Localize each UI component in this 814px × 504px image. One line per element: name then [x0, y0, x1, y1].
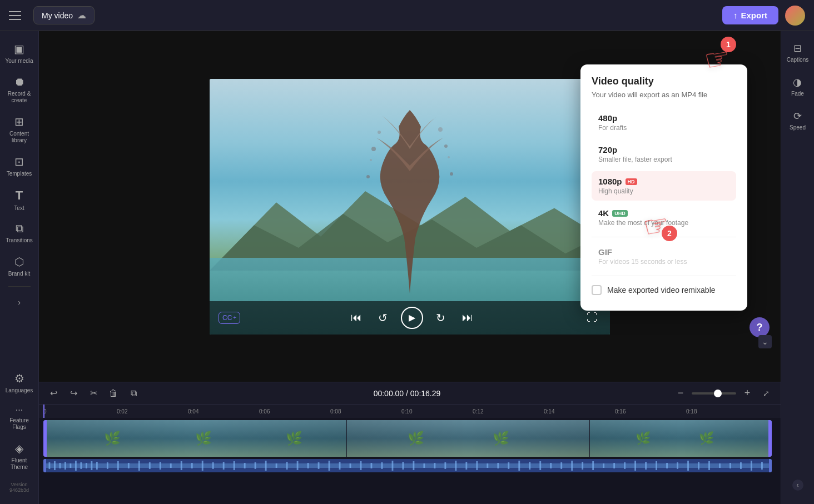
play-button[interactable]: ▶	[401, 307, 423, 329]
hd-badge: HD	[626, 178, 637, 185]
svg-rect-41	[318, 462, 320, 469]
redo-button[interactable]: ↪	[66, 386, 81, 401]
audio-start-handle[interactable]	[43, 459, 46, 472]
quality-480p-sub: For drafts	[598, 124, 729, 132]
svg-rect-60	[518, 461, 520, 471]
track-start-handle[interactable]	[43, 420, 47, 457]
quality-option-1080p[interactable]: 1080p HD High quality	[592, 171, 736, 201]
sidebar-label-transitions: Transitions	[6, 237, 33, 244]
text-icon: T	[16, 188, 23, 203]
svg-rect-36	[265, 461, 267, 471]
zoom-thumb	[714, 390, 722, 397]
zoom-out-button[interactable]: −	[673, 386, 688, 401]
svg-point-5	[438, 127, 443, 132]
right-item-captions[interactable]: ⊟ Captions	[785, 38, 811, 67]
captions-icon: ⊟	[793, 42, 802, 54]
step-number-1: 1	[721, 37, 736, 52]
sidebar-item-fluent-theme[interactable]: ◈ Fluent Theme	[3, 437, 36, 475]
sidebar-item-record-create[interactable]: ⏺ Record & create	[3, 71, 36, 108]
video-track[interactable]: 🌿 🌿 🌿 🌿 🌿 🌿 🌿	[43, 420, 772, 457]
svg-rect-57	[487, 463, 488, 468]
preview-controls: CC + ⏮ ↺ ▶ ↻ ⏭ ⛶	[210, 301, 610, 335]
cut-button[interactable]: ✂	[86, 386, 101, 401]
sidebar-label-brand: Brand kit	[8, 271, 30, 277]
svg-rect-38	[286, 462, 288, 470]
audio-waveform	[43, 459, 772, 472]
export-label: Export	[741, 11, 767, 20]
right-item-speed[interactable]: ⟳ Speed	[787, 106, 808, 135]
svg-rect-72	[645, 462, 647, 470]
right-item-fade[interactable]: ◑ Fade	[789, 72, 806, 101]
sidebar-label-templates: Templates	[7, 171, 32, 177]
skip-forward-button[interactable]: ⏭	[459, 309, 477, 327]
controls-center: ⏮ ↺ ▶ ↻ ⏭	[348, 307, 477, 329]
sidebar-item-transitions[interactable]: ⧉ Transitions	[3, 218, 36, 248]
remixable-option[interactable]: Make exported video remixable	[592, 281, 736, 300]
undo-button[interactable]: ↩	[46, 386, 61, 401]
quality-option-480p[interactable]: 480p For drafts	[592, 108, 736, 137]
remixable-label: Make exported video remixable	[607, 286, 716, 295]
collapse-right-panel-button[interactable]: ‹	[792, 480, 803, 491]
svg-rect-78	[708, 461, 710, 470]
media-icon: ▣	[14, 42, 24, 56]
zoom-in-button[interactable]: +	[739, 386, 755, 401]
topbar-right: ↑ Export	[722, 6, 805, 26]
track-end-handle[interactable]	[768, 420, 772, 457]
audio-track[interactable]	[43, 459, 772, 472]
templates-icon: ⊡	[14, 155, 24, 168]
sidebar-item-brand-kit[interactable]: ⬡ Brand kit	[3, 251, 36, 282]
audio-end-handle[interactable]	[769, 459, 772, 472]
quality-option-720p[interactable]: 720p Smaller file, faster export	[592, 139, 736, 169]
speed-icon: ⟳	[793, 110, 802, 122]
avatar-image	[785, 6, 805, 26]
export-button[interactable]: ↑ Export	[722, 6, 778, 24]
zoom-slider[interactable]	[692, 392, 736, 395]
sidebar-label-languages: Languages	[6, 387, 33, 394]
remixable-checkbox[interactable]	[592, 285, 602, 295]
cc-label: CC	[222, 314, 232, 322]
svg-rect-64	[560, 462, 562, 469]
transitions-icon: ⧉	[16, 222, 23, 235]
copy-button[interactable]: ⧉	[126, 386, 141, 401]
sidebar-item-feature-flags[interactable]: ··· Feature Flags	[3, 401, 36, 435]
svg-point-7	[448, 156, 450, 158]
sidebar-collapse-button[interactable]: ›	[3, 293, 36, 311]
captions-label: Captions	[787, 57, 808, 63]
forward-button[interactable]: ↻	[432, 309, 450, 327]
rewind-button[interactable]: ↺	[374, 309, 392, 327]
topbar-left: My video ☁	[9, 6, 95, 24]
quality-option-4k[interactable]: 4K UHD Make the most of your footage	[592, 203, 736, 232]
skip-back-button[interactable]: ⏮	[348, 309, 365, 327]
sidebar-label-text: Text	[14, 205, 24, 211]
sidebar-divider	[8, 286, 31, 287]
svg-rect-66	[582, 462, 583, 470]
svg-rect-40	[307, 463, 309, 468]
svg-rect-17	[80, 462, 82, 469]
fit-timeline-button[interactable]: ⤢	[758, 386, 774, 401]
svg-rect-28	[181, 461, 182, 470]
sidebar-item-content-library[interactable]: ⊞ Content library	[3, 111, 36, 148]
expand-timeline-button[interactable]: ⌄	[758, 335, 772, 348]
user-avatar[interactable]	[785, 6, 805, 26]
cc-button[interactable]: CC +	[219, 312, 240, 324]
fullscreen-button[interactable]: ⛶	[583, 309, 601, 327]
svg-rect-10	[43, 463, 772, 468]
sidebar-item-text[interactable]: T Text	[3, 184, 36, 216]
project-name-button[interactable]: My video ☁	[33, 6, 95, 24]
sidebar-item-templates[interactable]: ⊡ Templates	[3, 151, 36, 182]
feature-flags-icon: ···	[16, 405, 23, 415]
hamburger-menu[interactable]	[9, 7, 27, 24]
sidebar-item-your-media[interactable]: ▣ Your media	[3, 38, 36, 69]
cc-plus-icon: +	[233, 315, 236, 321]
help-button[interactable]: ?	[750, 317, 770, 337]
delete-button[interactable]: 🗑	[106, 386, 121, 401]
svg-rect-14	[64, 462, 66, 470]
svg-rect-11	[48, 462, 50, 469]
svg-rect-51	[423, 463, 425, 468]
timeline-timecode: 00:00.00 / 00:16.29	[374, 389, 441, 398]
svg-rect-76	[687, 461, 689, 471]
project-title: My video	[42, 11, 73, 20]
sidebar-label-content-library: Content library	[5, 131, 34, 144]
sidebar-item-languages[interactable]: ⚙ Languages	[3, 367, 36, 398]
svg-rect-80	[729, 463, 731, 468]
